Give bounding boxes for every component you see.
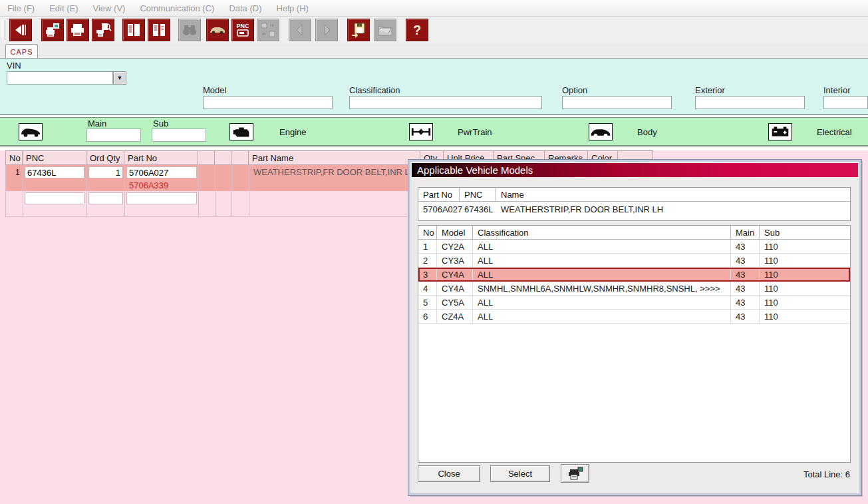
- model-header-sub: Sub: [760, 226, 850, 239]
- back-arrow-icon: [291, 21, 309, 39]
- part-info-part-no: 5706A027: [418, 202, 460, 216]
- cell-ord-qty: [87, 165, 125, 180]
- document-list-detail-icon: [150, 21, 168, 39]
- model-table-header-row: No Model Classification Main Sub: [418, 226, 850, 240]
- cell-blank: [199, 208, 216, 216]
- cell-blank: [232, 180, 249, 191]
- header-part-no: Part No: [124, 151, 198, 164]
- model-cell-classification: ALL: [473, 296, 731, 309]
- header-part-name: Part Name: [249, 151, 420, 164]
- open-button[interactable]: [374, 19, 396, 41]
- cell-blank: [216, 165, 232, 180]
- tab-strip: CAPS: [0, 43, 868, 58]
- ord-qty-input[interactable]: [88, 166, 123, 178]
- exterior-input[interactable]: [695, 96, 805, 109]
- printer-icon: [69, 21, 86, 39]
- model-row-6[interactable]: 6 CZ4A ALL 43 110: [418, 310, 850, 324]
- option-label: Option: [562, 85, 587, 95]
- printer-icon: [567, 466, 584, 482]
- model-input[interactable]: [203, 96, 333, 109]
- pnc-input-empty[interactable]: [25, 192, 84, 204]
- vin-input[interactable]: [7, 71, 113, 85]
- part-info-header-row: Part No PNC Name: [418, 188, 850, 202]
- header-ord-qty: Ord Qty: [86, 151, 124, 164]
- svg-text:PNC: PNC: [236, 23, 249, 29]
- model-cell-main: 43: [731, 240, 760, 253]
- option-input[interactable]: [562, 96, 672, 109]
- engine-section-button[interactable]: [229, 123, 253, 140]
- cell-blank: [87, 180, 125, 191]
- ord-qty-input-empty[interactable]: [88, 192, 123, 204]
- cell-blank: [232, 208, 249, 216]
- model-cell-model: CY4A: [437, 282, 473, 295]
- print-find-button[interactable]: [92, 19, 114, 41]
- vin-label: VIN: [7, 61, 21, 71]
- header-no: No: [6, 151, 23, 164]
- dialog-print-button[interactable]: [561, 464, 589, 483]
- model-cell-model: CY2A: [437, 240, 473, 253]
- model-header-main: Main: [731, 226, 760, 239]
- help-button[interactable]: ?: [406, 19, 428, 41]
- part-list-button[interactable]: [122, 19, 145, 41]
- part-info-pnc: 67436L: [460, 202, 496, 216]
- vin-dropdown-button[interactable]: ▼: [113, 71, 126, 85]
- vehicle-section-button[interactable]: [19, 123, 43, 140]
- electrical-section-button[interactable]: [768, 123, 792, 140]
- menu-edit[interactable]: Edit (E): [42, 3, 85, 13]
- model-cell-classification: ALL: [473, 268, 731, 281]
- print-preview-button[interactable]: [41, 19, 64, 41]
- print-button[interactable]: [67, 19, 89, 41]
- pnc-input[interactable]: [25, 166, 84, 178]
- compare-icon: [259, 21, 277, 39]
- model-row-2[interactable]: 2 CY3A ALL 43 110: [418, 254, 850, 268]
- menu-view[interactable]: View (V): [86, 3, 133, 13]
- pnc-search-button[interactable]: PNC: [231, 19, 254, 41]
- tab-caps[interactable]: CAPS: [5, 44, 38, 59]
- part-no-input[interactable]: [126, 166, 197, 178]
- model-cell-sub: 110: [760, 254, 850, 267]
- exit-button[interactable]: [9, 19, 32, 41]
- vehicle-button[interactable]: [206, 19, 229, 41]
- cell-blank: [199, 180, 216, 191]
- model-cell-no: 2: [418, 254, 437, 267]
- binoculars-icon: [181, 21, 198, 39]
- back-button[interactable]: [289, 19, 311, 41]
- interior-input[interactable]: [823, 96, 868, 109]
- model-row-3-selected[interactable]: 3 CY4A ALL 43 110: [418, 268, 850, 282]
- menu-help[interactable]: Help (H): [269, 3, 316, 13]
- select-button[interactable]: Select: [490, 465, 550, 482]
- classification-input[interactable]: [349, 96, 542, 109]
- car-icon: [209, 21, 226, 39]
- model-header-no: No: [418, 226, 437, 239]
- part-info-header-pnc: PNC: [460, 188, 496, 201]
- forward-button[interactable]: [315, 19, 338, 41]
- close-button[interactable]: Close: [418, 465, 480, 482]
- part-list-detail-button[interactable]: [148, 19, 170, 41]
- part-no-input-empty[interactable]: [126, 192, 197, 204]
- cell-blank: [216, 191, 232, 208]
- model-row-4[interactable]: 4 CY4A SNMHL,SNMHL6A,SNMHLW,SNMHR,SNMHR8…: [418, 282, 850, 296]
- model-cell-main: 43: [731, 296, 760, 309]
- model-row-1[interactable]: 1 CY2A ALL 43 110: [418, 240, 850, 254]
- search-button[interactable]: [178, 19, 201, 41]
- menu-file[interactable]: File (F): [0, 3, 42, 13]
- body-section-button[interactable]: [589, 123, 613, 140]
- pwrtrain-section-button[interactable]: [409, 123, 433, 140]
- cell-part-no: [125, 165, 199, 180]
- engine-icon: [230, 123, 253, 140]
- model-header-classification: Classification: [473, 226, 731, 239]
- main-input[interactable]: [86, 128, 141, 142]
- dialog-title-bar[interactable]: Applicable Vehicle Models: [412, 163, 858, 177]
- toolbar-grip: [2, 20, 5, 40]
- cell-blank: [216, 208, 232, 216]
- sub-input[interactable]: [152, 128, 206, 142]
- save-button[interactable]: [347, 19, 370, 41]
- model-cell-model: CY5A: [437, 296, 473, 309]
- axle-icon: [410, 123, 432, 140]
- model-cell-no: 6: [418, 310, 437, 323]
- model-row-5[interactable]: 5 CY5A ALL 43 110: [418, 296, 850, 310]
- compare-button[interactable]: [257, 19, 279, 41]
- menu-data[interactable]: Data (D): [221, 3, 269, 13]
- vehicle-panel: VIN ▼ Model Classification Option Exteri…: [0, 58, 868, 115]
- menu-communication[interactable]: Communication (C): [132, 3, 221, 13]
